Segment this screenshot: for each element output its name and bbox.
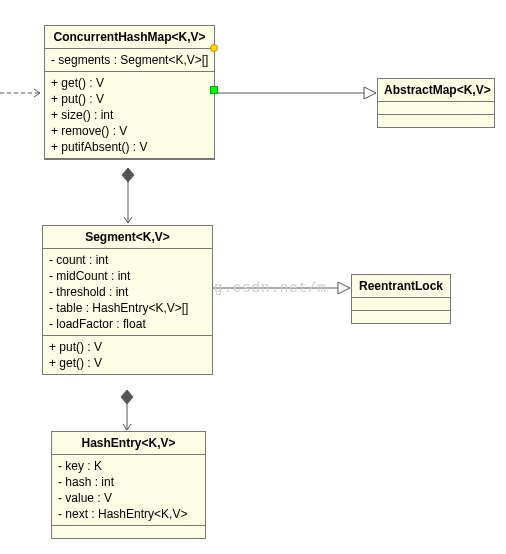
- class-reentrant-lock: ReentrantLock: [351, 274, 451, 324]
- class-title: HashEntry<K,V>: [52, 432, 205, 455]
- svg-marker-6: [121, 390, 133, 404]
- operations: + get() : V + put() : V + size() : int +…: [45, 72, 214, 159]
- attributes: [378, 102, 494, 115]
- class-title: ReentrantLock: [352, 275, 450, 298]
- port-icon: [210, 86, 218, 94]
- attributes: [352, 298, 450, 311]
- class-title: AbstractMap<K,V>: [378, 79, 494, 102]
- class-concurrent-hash-map: ConcurrentHashMap<K,V> - segments : Segm…: [44, 25, 215, 160]
- class-title: ConcurrentHashMap<K,V>: [45, 26, 214, 49]
- svg-marker-3: [122, 168, 134, 182]
- class-title: Segment<K,V>: [43, 226, 212, 249]
- operations: [352, 311, 450, 323]
- operations: [378, 115, 494, 127]
- attributes: - key : K - hash : int - value : V - nex…: [52, 455, 205, 526]
- port-icon: [210, 44, 218, 52]
- attributes: - count : int - midCount : int - thresho…: [43, 249, 212, 336]
- attributes: - segments : Segment<K,V>[]: [45, 49, 214, 72]
- class-abstract-map: AbstractMap<K,V>: [377, 78, 495, 128]
- class-segment: Segment<K,V> - count : int - midCount : …: [42, 225, 213, 375]
- operations: + put() : V + get() : V: [43, 336, 212, 374]
- class-hash-entry: HashEntry<K,V> - key : K - hash : int - …: [51, 431, 206, 539]
- operations: [52, 526, 205, 538]
